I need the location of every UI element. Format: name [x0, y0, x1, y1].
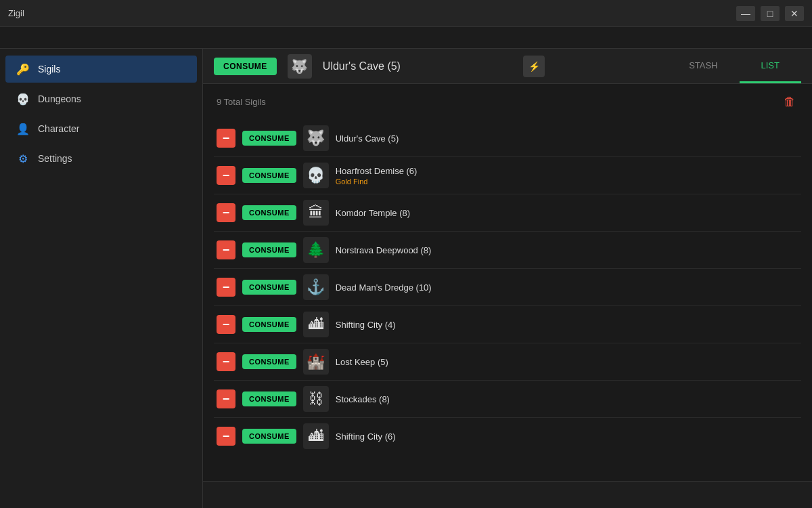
- activity-icon[interactable]: ⚡: [523, 56, 545, 77]
- sigil-name-8: Shifting City (6): [336, 431, 798, 442]
- consume-button-6[interactable]: CONSUME: [242, 354, 296, 369]
- sigil-icon-3: 🌲: [303, 237, 329, 263]
- sigil-name-3: Norstrava Deepwood (8): [336, 245, 798, 255]
- sigil-name-2: Komdor Temple (8): [336, 208, 798, 218]
- sidebar-item-dungeons[interactable]: 💀 Dungeons: [5, 85, 197, 112]
- maximize-button[interactable]: □: [761, 6, 780, 21]
- character-icon: 👤: [16, 122, 30, 135]
- sigil-info-0: Uldur's Cave (5): [336, 133, 798, 144]
- consume-button-1[interactable]: CONSUME: [242, 168, 296, 183]
- sigil-icon-2: 🏛: [303, 200, 329, 226]
- sidebar-label-character: Character: [38, 123, 79, 134]
- sigil-name-5: Shifting City (4): [336, 320, 798, 330]
- minus-button-7[interactable]: −: [217, 389, 235, 408]
- sigil-info-2: Komdor Temple (8): [336, 208, 798, 218]
- sigil-icon-8: 🏙: [303, 423, 329, 449]
- sigil-list: − CONSUME 🐺 Uldur's Cave (5) − CONSUME 💀…: [214, 120, 801, 454]
- sigil-row: − CONSUME 🏰 Lost Keep (5): [214, 343, 801, 381]
- sidebar-label-settings: Settings: [38, 153, 72, 164]
- sidebar-label-dungeons: Dungeons: [38, 93, 81, 104]
- sigil-row: − CONSUME 🏙 Shifting City (6): [214, 418, 801, 454]
- minus-button-5[interactable]: −: [217, 315, 235, 334]
- tab-stash[interactable]: STASH: [667, 49, 739, 83]
- sigil-info-7: Stockades (8): [336, 394, 798, 404]
- sigil-row: − CONSUME ⚓ Dead Man's Dredge (10): [214, 269, 801, 306]
- consume-header-button[interactable]: CONSUME: [214, 58, 277, 75]
- sigil-icon-4: ⚓: [303, 274, 329, 300]
- sigil-row: − CONSUME 🏛 Komdor Temple (8): [214, 194, 801, 232]
- sigil-affix-1: Gold Find: [336, 177, 798, 186]
- sigil-icon-7: ⛓: [303, 386, 329, 412]
- minus-button-4[interactable]: −: [217, 278, 235, 297]
- sigil-name-1: Hoarfrost Demise (6): [336, 166, 798, 176]
- tab-list[interactable]: LIST: [740, 49, 801, 83]
- sidebar-item-sigils[interactable]: 🔑 Sigils: [5, 56, 197, 83]
- sigil-info-5: Shifting City (4): [336, 320, 798, 330]
- sigil-icon-0: 🐺: [303, 125, 329, 151]
- sigil-row: − CONSUME 🏙 Shifting City (4): [214, 306, 801, 343]
- sigil-icon-1: 💀: [303, 163, 329, 188]
- sigil-info-3: Norstrava Deepwood (8): [336, 245, 798, 255]
- sigil-list-area: 9 Total Sigils 🗑 − CONSUME 🐺 Uldur's Cav…: [203, 84, 812, 481]
- consume-button-7[interactable]: CONSUME: [242, 391, 296, 406]
- sigils-icon: 🔑: [16, 62, 30, 76]
- sigil-row: − CONSUME 💀 Hoarfrost Demise (6) Gold Fi…: [214, 157, 801, 194]
- minus-button-8[interactable]: −: [217, 427, 235, 446]
- sigil-name-7: Stockades (8): [336, 394, 798, 404]
- list-header: 9 Total Sigils 🗑: [214, 92, 801, 112]
- minus-button-3[interactable]: −: [217, 240, 235, 259]
- sigil-name-6: Lost Keep (5): [336, 357, 798, 367]
- settings-icon: ⚙: [16, 152, 30, 165]
- app-bar: [0, 27, 812, 49]
- selected-dungeon-name: Uldur's Cave (5): [323, 60, 401, 72]
- sigil-info-6: Lost Keep (5): [336, 357, 798, 367]
- sigil-name-0: Uldur's Cave (5): [336, 133, 798, 144]
- sigil-row: − CONSUME 🐺 Uldur's Cave (5): [214, 120, 801, 157]
- sigil-name-4: Dead Man's Dredge (10): [336, 282, 798, 293]
- tabs-bar: STASHLIST: [667, 49, 801, 83]
- sigil-info-4: Dead Man's Dredge (10): [336, 282, 798, 293]
- sidebar-item-settings[interactable]: ⚙ Settings: [5, 145, 197, 172]
- window-controls: — □ ✕: [736, 6, 804, 21]
- sidebar-label-sigils: Sigils: [38, 64, 60, 75]
- selected-dungeon-icon: 🐺: [288, 54, 312, 79]
- close-button[interactable]: ✕: [785, 6, 804, 21]
- dungeons-icon: 💀: [16, 92, 30, 106]
- minus-button-2[interactable]: −: [217, 203, 235, 222]
- minus-button-0[interactable]: −: [217, 129, 235, 148]
- delete-all-button[interactable]: 🗑: [781, 92, 798, 112]
- consume-button-2[interactable]: CONSUME: [242, 205, 296, 220]
- total-sigils-count: 9 Total Sigils: [217, 97, 266, 107]
- consume-button-8[interactable]: CONSUME: [242, 429, 296, 444]
- sigil-row: − CONSUME ⛓ Stockades (8): [214, 381, 801, 418]
- content-area: CONSUME 🐺 Uldur's Cave (5) ⚡ STASHLIST 9…: [203, 49, 812, 508]
- sigil-row: − CONSUME 🌲 Norstrava Deepwood (8): [214, 232, 801, 269]
- consume-button-4[interactable]: CONSUME: [242, 280, 296, 295]
- bottom-scroll-area: [203, 481, 812, 508]
- consume-button-0[interactable]: CONSUME: [242, 131, 296, 146]
- minimize-button[interactable]: —: [736, 6, 755, 21]
- title-bar: Zigil — □ ✕: [0, 0, 812, 27]
- sidebar-item-character[interactable]: 👤 Character: [5, 115, 197, 142]
- sigil-icon-6: 🏰: [303, 349, 329, 375]
- sigil-icon-5: 🏙: [303, 312, 329, 337]
- sigil-info-1: Hoarfrost Demise (6) Gold Find: [336, 166, 798, 186]
- consume-button-3[interactable]: CONSUME: [242, 242, 296, 257]
- sigil-info-8: Shifting City (6): [336, 431, 798, 442]
- main-layout: 🔑 Sigils 💀 Dungeons 👤 Character ⚙ Settin…: [0, 49, 812, 508]
- sidebar: 🔑 Sigils 💀 Dungeons 👤 Character ⚙ Settin…: [0, 49, 203, 508]
- action-bar: CONSUME 🐺 Uldur's Cave (5) ⚡ STASHLIST: [203, 49, 812, 84]
- minus-button-6[interactable]: −: [217, 352, 235, 371]
- minus-button-1[interactable]: −: [217, 166, 235, 185]
- app-title: Zigil: [8, 8, 736, 18]
- consume-button-5[interactable]: CONSUME: [242, 317, 296, 332]
